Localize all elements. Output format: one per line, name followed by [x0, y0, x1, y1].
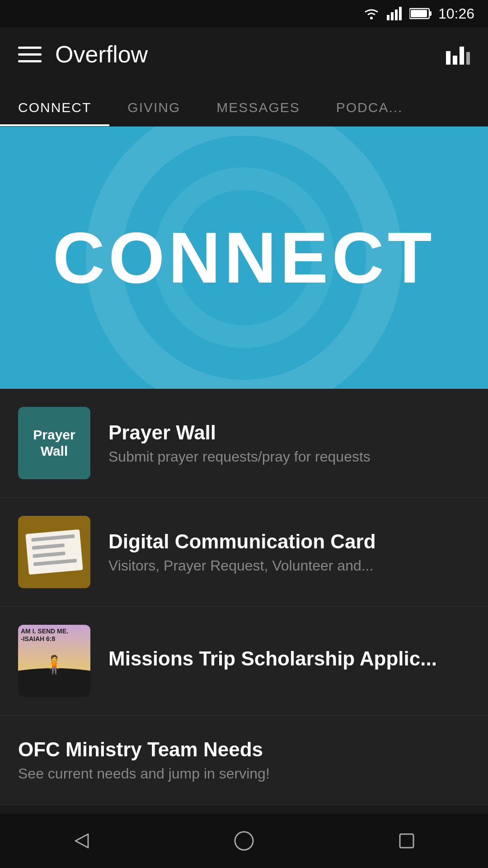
menu-button[interactable] — [18, 47, 42, 62]
svg-rect-4 — [399, 7, 402, 20]
tab-giving[interactable]: GIVING — [109, 100, 198, 126]
hero-banner: CONNECT — [0, 127, 488, 389]
missions-thumbnail: 🧍 AM I. SEND ME.-ISAIAH 6:8 — [18, 625, 90, 697]
svg-rect-14 — [400, 834, 413, 848]
tab-bar: CONNECT GIVING MESSAGES PODCA... — [0, 81, 488, 127]
tab-messages[interactable]: MESSAGES — [198, 100, 318, 126]
digital-card-subtitle: Visitors, Prayer Request, Volunteer and.… — [108, 557, 470, 574]
ofc-ministry-subtitle: See current needs and jump in serving! — [18, 765, 470, 782]
list-item-prayer-wall[interactable]: Prayer Wall Prayer Wall Submit prayer re… — [0, 389, 488, 498]
prayer-wall-thumbnail: Prayer Wall — [18, 407, 90, 479]
svg-point-13 — [235, 832, 253, 850]
digital-card-thumbnail — [18, 516, 90, 588]
wifi-icon — [362, 7, 380, 20]
battery-icon — [409, 7, 432, 20]
status-icons: 10:26 — [362, 5, 474, 22]
hero-title: CONNECT — [52, 216, 435, 299]
digital-card-content: Digital Communication Card Visitors, Pra… — [108, 530, 470, 574]
svg-marker-12 — [75, 834, 88, 848]
digital-card-thumb-image — [18, 516, 90, 588]
status-time: 10:26 — [438, 5, 474, 22]
prayer-wall-title: Prayer Wall — [108, 421, 470, 444]
app-header: Overflow — [0, 27, 488, 81]
svg-rect-6 — [429, 11, 432, 16]
svg-rect-7 — [411, 10, 427, 17]
prayer-wall-thumb-image: Prayer Wall — [18, 407, 90, 479]
list-item-ofc-ministry[interactable]: OFC Ministry Team Needs See current need… — [0, 716, 488, 805]
prayer-wall-content: Prayer Wall Submit prayer requests/pray … — [108, 421, 470, 465]
recent-apps-button[interactable] — [389, 823, 425, 859]
home-button[interactable] — [226, 823, 262, 859]
svg-rect-8 — [446, 51, 450, 65]
svg-rect-10 — [460, 47, 464, 65]
tab-connect[interactable]: CONNECT — [0, 100, 109, 126]
svg-rect-1 — [387, 15, 389, 20]
missions-content: Missions Trip Scholarship Applic... — [108, 647, 470, 675]
svg-rect-11 — [466, 52, 470, 65]
missions-title: Missions Trip Scholarship Applic... — [108, 647, 470, 670]
back-button[interactable] — [63, 823, 99, 859]
list-container: Prayer Wall Prayer Wall Submit prayer re… — [0, 389, 488, 805]
svg-rect-3 — [395, 9, 398, 20]
app-title: Overflow — [55, 41, 445, 68]
tab-podcast[interactable]: PODCA... — [318, 100, 421, 126]
list-item-digital-card[interactable]: Digital Communication Card Visitors, Pra… — [0, 498, 488, 607]
prayer-wall-subtitle: Submit prayer requests/pray for requests — [108, 448, 470, 465]
status-bar: 10:26 — [0, 0, 488, 27]
chart-button[interactable] — [445, 42, 470, 66]
missions-thumb-image: 🧍 AM I. SEND ME.-ISAIAH 6:8 — [18, 625, 90, 697]
svg-point-0 — [370, 17, 373, 19]
list-item-missions[interactable]: 🧍 AM I. SEND ME.-ISAIAH 6:8 Missions Tri… — [0, 607, 488, 716]
svg-rect-9 — [453, 56, 457, 65]
digital-card-title: Digital Communication Card — [108, 530, 470, 553]
bottom-nav — [0, 814, 488, 868]
ofc-ministry-title: OFC Ministry Team Needs — [18, 738, 470, 761]
signal-icon — [387, 7, 403, 20]
svg-rect-2 — [391, 12, 394, 20]
